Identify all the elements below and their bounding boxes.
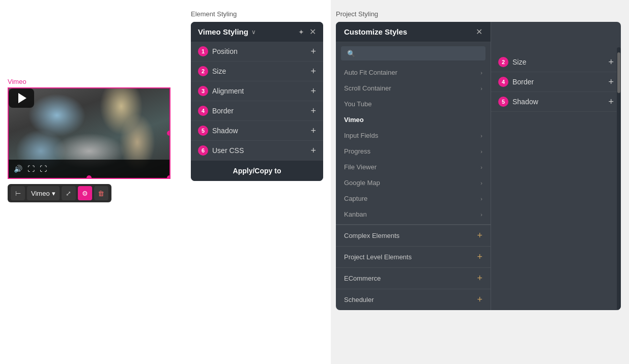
project-panel-close-icon[interactable]: ✕ bbox=[476, 27, 482, 37]
element-toolbar: ⊢ Vimeo ▾ ⤢ ⚙ 🗑 bbox=[8, 184, 111, 202]
scroll-container-label: Scroll Container bbox=[344, 84, 391, 92]
element-styling-header: Vimeo Styling ∨ ✦ ✕ bbox=[191, 22, 323, 42]
right-shadow-plus-icon[interactable]: + bbox=[608, 97, 614, 106]
element-styling-card: Vimeo Styling ∨ ✦ ✕ 1 Position + 2 Size bbox=[191, 22, 323, 181]
volume-icon[interactable]: 🔊 bbox=[14, 165, 22, 173]
right-badge-5: 5 bbox=[498, 97, 508, 107]
section-complex-elements[interactable]: Complex Elements + bbox=[336, 225, 491, 246]
capture-label: Capture bbox=[344, 195, 367, 202]
resize-handle-right[interactable] bbox=[167, 131, 170, 136]
input-fields-chevron: › bbox=[480, 133, 482, 139]
element-styling-label: Element Styling bbox=[191, 10, 323, 18]
size-label: Size bbox=[212, 67, 226, 75]
picture-in-picture-icon[interactable]: ⛶ bbox=[27, 165, 35, 173]
scrollbar-thumb[interactable] bbox=[617, 52, 620, 93]
right-size-label: Size bbox=[512, 58, 526, 66]
nav-item-capture[interactable]: Capture › bbox=[336, 191, 491, 206]
size-expand-icon[interactable]: + bbox=[310, 67, 316, 76]
badge-6: 6 bbox=[198, 145, 208, 156]
file-viewer-chevron: › bbox=[480, 164, 482, 170]
nav-item-scroll-container[interactable]: Scroll Container › bbox=[336, 80, 491, 96]
scrollbar-track[interactable] bbox=[617, 47, 621, 310]
section-project-level-elements[interactable]: Project Level Elements + bbox=[336, 246, 491, 267]
shadow-expand-icon[interactable]: + bbox=[310, 126, 316, 135]
right-row-size: 2 Size + bbox=[491, 52, 621, 72]
vimeo-nav-label: Vimeo bbox=[344, 116, 364, 124]
right-row-shadow-left: 5 Shadow bbox=[498, 97, 538, 107]
right-badge-2: 2 bbox=[498, 57, 508, 67]
nav-item-google-map[interactable]: Google Map › bbox=[336, 175, 491, 191]
search-input[interactable] bbox=[359, 49, 479, 57]
project-panel-header: Customize Styles ✕ bbox=[336, 22, 491, 42]
play-button[interactable] bbox=[9, 88, 34, 108]
progress-label: Progress bbox=[344, 147, 370, 155]
panel-chevron-icon[interactable]: ∨ bbox=[251, 28, 256, 36]
styling-rows-container: 1 Position + 2 Size + 3 Alignment + bbox=[191, 42, 323, 160]
project-level-elements-label: Project Level Elements bbox=[344, 253, 412, 261]
trash-button[interactable]: 🗑 bbox=[94, 186, 108, 200]
right-panel-items: 2 Size + 4 Border + 5 Shadow bbox=[491, 48, 621, 116]
align-icon-button[interactable]: ⊢ bbox=[11, 186, 25, 200]
auto-fit-chevron: › bbox=[480, 70, 482, 76]
badge-2: 2 bbox=[198, 66, 208, 76]
ecommerce-plus-icon[interactable]: + bbox=[477, 273, 482, 284]
project-styling-panel: Project Styling Customize Styles ✕ 🔍 Aut… bbox=[336, 10, 621, 310]
right-row-shadow: 5 Shadow + bbox=[491, 92, 621, 112]
google-map-label: Google Map bbox=[344, 179, 380, 187]
scheduler-label: Scheduler bbox=[344, 296, 374, 304]
left-nav-items: Auto Fit Container › Scroll Container › … bbox=[336, 65, 491, 222]
right-border-plus-icon[interactable]: + bbox=[608, 77, 614, 86]
youtube-label: You Tube bbox=[344, 100, 371, 108]
search-bar[interactable]: 🔍 bbox=[341, 46, 485, 60]
gear-button[interactable]: ⚙ bbox=[78, 186, 92, 200]
styling-row-size: 2 Size + bbox=[191, 62, 323, 81]
border-expand-icon[interactable]: + bbox=[310, 106, 316, 115]
panel-header-right: ✦ ✕ bbox=[298, 27, 316, 37]
complex-elements-label: Complex Elements bbox=[344, 232, 399, 239]
vimeo-canvas-label: Vimeo bbox=[8, 78, 26, 85]
right-size-plus-icon[interactable]: + bbox=[608, 57, 614, 67]
right-border-label: Border bbox=[512, 78, 534, 86]
dropdown-arrow-icon: ▾ bbox=[52, 190, 55, 197]
alignment-expand-icon[interactable]: + bbox=[310, 86, 316, 96]
badge-5: 5 bbox=[198, 126, 208, 136]
nav-item-youtube[interactable]: You Tube bbox=[336, 96, 491, 112]
element-name-dropdown[interactable]: Vimeo ▾ bbox=[27, 186, 60, 200]
pin-icon[interactable]: ✦ bbox=[298, 28, 304, 36]
resize-handle-bottom[interactable] bbox=[87, 175, 92, 179]
panel-close-icon[interactable]: ✕ bbox=[309, 27, 316, 37]
section-ecommerce[interactable]: ECommerce + bbox=[336, 267, 491, 289]
scroll-container-chevron: › bbox=[480, 85, 482, 92]
project-level-elements-plus-icon[interactable]: + bbox=[477, 252, 482, 262]
usercss-label: User CSS bbox=[212, 146, 244, 155]
complex-elements-plus-icon[interactable]: + bbox=[477, 230, 482, 241]
styling-row-left-6: 6 User CSS bbox=[198, 145, 244, 156]
scheduler-plus-icon[interactable]: + bbox=[477, 294, 482, 305]
fullscreen-icon[interactable]: ⛶ bbox=[40, 165, 47, 173]
nav-item-input-fields[interactable]: Input Fields › bbox=[336, 128, 491, 143]
styling-row-usercss: 6 User CSS + bbox=[191, 141, 323, 160]
project-panel-right: 2 Size + 4 Border + 5 Shadow bbox=[491, 22, 621, 310]
external-link-button[interactable]: ⤢ bbox=[62, 186, 76, 200]
nav-item-file-viewer[interactable]: File Viewer › bbox=[336, 159, 491, 175]
usercss-expand-icon[interactable]: + bbox=[310, 146, 316, 155]
nav-item-auto-fit[interactable]: Auto Fit Container › bbox=[336, 65, 491, 80]
ecommerce-label: ECommerce bbox=[344, 275, 381, 282]
project-panel-left: Customize Styles ✕ 🔍 Auto Fit Container … bbox=[336, 22, 491, 310]
nav-item-kanban[interactable]: Kanban › bbox=[336, 206, 491, 222]
resize-handle-bottom-right[interactable] bbox=[167, 175, 170, 179]
styling-row-left-1: 1 Position bbox=[198, 46, 238, 56]
progress-chevron: › bbox=[480, 148, 482, 155]
styling-row-position: 1 Position + bbox=[191, 42, 323, 62]
nav-item-progress[interactable]: Progress › bbox=[336, 143, 491, 159]
search-icon: 🔍 bbox=[347, 50, 355, 57]
vimeo-element[interactable]: 🔊 ⛶ ⛶ bbox=[8, 87, 170, 179]
section-scheduler[interactable]: Scheduler + bbox=[336, 289, 491, 310]
apply-copy-button[interactable]: Apply/Copy to bbox=[191, 160, 323, 181]
project-panel-title: Customize Styles bbox=[344, 27, 407, 36]
nav-item-vimeo[interactable]: Vimeo bbox=[336, 112, 491, 128]
styling-row-left-3: 3 Alignment bbox=[198, 86, 244, 96]
google-map-chevron: › bbox=[480, 180, 482, 186]
right-row-border: 4 Border + bbox=[491, 72, 621, 92]
position-expand-icon[interactable]: + bbox=[310, 47, 316, 56]
